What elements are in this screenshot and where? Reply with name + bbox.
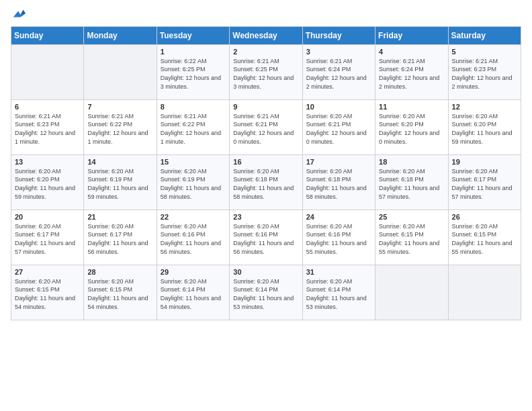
day-info: Sunrise: 6:20 AM Sunset: 6:21 PM Dayligh…	[306, 112, 371, 146]
calendar-cell: 16Sunrise: 6:20 AM Sunset: 6:18 PM Dayli…	[230, 154, 302, 210]
day-number: 28	[87, 268, 152, 276]
page: SundayMondayTuesdayWednesdayThursdayFrid…	[0, 0, 532, 411]
day-number: 13	[15, 158, 80, 166]
calendar-cell: 27Sunrise: 6:20 AM Sunset: 6:15 PM Dayli…	[11, 265, 84, 320]
day-number: 9	[233, 103, 298, 111]
day-number: 31	[306, 268, 371, 276]
week-row-3: 13Sunrise: 6:20 AM Sunset: 6:20 PM Dayli…	[11, 154, 521, 210]
calendar-cell: 3Sunrise: 6:21 AM Sunset: 6:24 PM Daylig…	[302, 44, 375, 99]
day-number: 1	[161, 48, 226, 56]
day-info: Sunrise: 6:20 AM Sunset: 6:14 PM Dayligh…	[233, 277, 298, 311]
day-info: Sunrise: 6:21 AM Sunset: 6:21 PM Dayligh…	[233, 112, 298, 146]
day-info: Sunrise: 6:20 AM Sunset: 6:15 PM Dayligh…	[379, 222, 444, 256]
day-number: 15	[161, 158, 226, 166]
calendar-cell: 7Sunrise: 6:21 AM Sunset: 6:22 PM Daylig…	[84, 99, 157, 154]
calendar-cell: 1Sunrise: 6:22 AM Sunset: 6:25 PM Daylig…	[157, 44, 229, 99]
calendar-cell: 4Sunrise: 6:21 AM Sunset: 6:24 PM Daylig…	[375, 44, 448, 99]
calendar-cell: 26Sunrise: 6:20 AM Sunset: 6:15 PM Dayli…	[448, 210, 521, 265]
day-info: Sunrise: 6:21 AM Sunset: 6:24 PM Dayligh…	[306, 57, 371, 91]
day-info: Sunrise: 6:20 AM Sunset: 6:14 PM Dayligh…	[161, 277, 226, 311]
calendar-cell: 28Sunrise: 6:20 AM Sunset: 6:15 PM Dayli…	[84, 265, 157, 320]
calendar-cell: 19Sunrise: 6:20 AM Sunset: 6:17 PM Dayli…	[448, 154, 521, 210]
calendar-table: SundayMondayTuesdayWednesdayThursdayFrid…	[11, 26, 521, 320]
day-info: Sunrise: 6:20 AM Sunset: 6:20 PM Dayligh…	[15, 167, 80, 201]
calendar-cell: 25Sunrise: 6:20 AM Sunset: 6:15 PM Dayli…	[375, 210, 448, 265]
day-number: 6	[15, 103, 80, 111]
calendar-cell: 31Sunrise: 6:20 AM Sunset: 6:14 PM Dayli…	[302, 265, 375, 320]
calendar-cell: 2Sunrise: 6:21 AM Sunset: 6:25 PM Daylig…	[230, 44, 302, 99]
week-row-2: 6Sunrise: 6:21 AM Sunset: 6:23 PM Daylig…	[11, 99, 521, 154]
day-info: Sunrise: 6:20 AM Sunset: 6:15 PM Dayligh…	[87, 277, 152, 311]
day-number: 16	[233, 158, 298, 166]
day-info: Sunrise: 6:22 AM Sunset: 6:25 PM Dayligh…	[161, 57, 226, 91]
day-number: 11	[379, 103, 444, 111]
days-header-row: SundayMondayTuesdayWednesdayThursdayFrid…	[11, 26, 521, 44]
calendar-cell: 13Sunrise: 6:20 AM Sunset: 6:20 PM Dayli…	[11, 154, 84, 210]
day-number: 20	[15, 213, 80, 221]
day-number: 22	[161, 213, 226, 221]
day-info: Sunrise: 6:20 AM Sunset: 6:17 PM Dayligh…	[87, 222, 152, 256]
logo-bird-icon	[12, 7, 26, 21]
day-info: Sunrise: 6:20 AM Sunset: 6:14 PM Dayligh…	[306, 277, 371, 311]
day-number: 26	[452, 213, 517, 221]
day-info: Sunrise: 6:21 AM Sunset: 6:22 PM Dayligh…	[87, 112, 152, 146]
day-info: Sunrise: 6:21 AM Sunset: 6:22 PM Dayligh…	[161, 112, 226, 146]
day-info: Sunrise: 6:20 AM Sunset: 6:17 PM Dayligh…	[15, 222, 80, 256]
day-info: Sunrise: 6:20 AM Sunset: 6:19 PM Dayligh…	[87, 167, 152, 201]
logo	[11, 7, 26, 21]
calendar-cell: 8Sunrise: 6:21 AM Sunset: 6:22 PM Daylig…	[157, 99, 229, 154]
day-header-thursday: Thursday	[302, 26, 375, 44]
day-number: 7	[87, 103, 152, 111]
day-number: 27	[15, 268, 80, 276]
calendar-cell: 23Sunrise: 6:20 AM Sunset: 6:16 PM Dayli…	[230, 210, 302, 265]
header	[11, 7, 521, 21]
week-row-5: 27Sunrise: 6:20 AM Sunset: 6:15 PM Dayli…	[11, 265, 521, 320]
day-number: 14	[87, 158, 152, 166]
day-info: Sunrise: 6:20 AM Sunset: 6:16 PM Dayligh…	[233, 222, 298, 256]
day-info: Sunrise: 6:21 AM Sunset: 6:23 PM Dayligh…	[452, 57, 517, 91]
day-number: 24	[306, 213, 371, 221]
calendar-cell: 11Sunrise: 6:20 AM Sunset: 6:20 PM Dayli…	[375, 99, 448, 154]
calendar-cell: 30Sunrise: 6:20 AM Sunset: 6:14 PM Dayli…	[230, 265, 302, 320]
week-row-1: 1Sunrise: 6:22 AM Sunset: 6:25 PM Daylig…	[11, 44, 521, 99]
day-number: 4	[379, 48, 444, 56]
day-info: Sunrise: 6:21 AM Sunset: 6:24 PM Dayligh…	[379, 57, 444, 91]
day-info: Sunrise: 6:20 AM Sunset: 6:18 PM Dayligh…	[379, 167, 444, 201]
day-info: Sunrise: 6:20 AM Sunset: 6:19 PM Dayligh…	[161, 167, 226, 201]
day-number: 23	[233, 213, 298, 221]
calendar-cell: 29Sunrise: 6:20 AM Sunset: 6:14 PM Dayli…	[157, 265, 229, 320]
day-info: Sunrise: 6:20 AM Sunset: 6:17 PM Dayligh…	[452, 167, 517, 201]
day-number: 29	[161, 268, 226, 276]
calendar-cell	[11, 44, 84, 99]
calendar-cell: 20Sunrise: 6:20 AM Sunset: 6:17 PM Dayli…	[11, 210, 84, 265]
day-number: 19	[452, 158, 517, 166]
calendar-cell: 24Sunrise: 6:20 AM Sunset: 6:16 PM Dayli…	[302, 210, 375, 265]
day-info: Sunrise: 6:21 AM Sunset: 6:23 PM Dayligh…	[15, 112, 80, 146]
calendar-cell: 17Sunrise: 6:20 AM Sunset: 6:18 PM Dayli…	[302, 154, 375, 210]
calendar-cell: 14Sunrise: 6:20 AM Sunset: 6:19 PM Dayli…	[84, 154, 157, 210]
calendar-cell: 12Sunrise: 6:20 AM Sunset: 6:20 PM Dayli…	[448, 99, 521, 154]
calendar-cell: 18Sunrise: 6:20 AM Sunset: 6:18 PM Dayli…	[375, 154, 448, 210]
calendar-cell: 15Sunrise: 6:20 AM Sunset: 6:19 PM Dayli…	[157, 154, 229, 210]
day-header-wednesday: Wednesday	[230, 26, 302, 44]
calendar-cell	[375, 265, 448, 320]
calendar-cell: 22Sunrise: 6:20 AM Sunset: 6:16 PM Dayli…	[157, 210, 229, 265]
calendar-cell: 21Sunrise: 6:20 AM Sunset: 6:17 PM Dayli…	[84, 210, 157, 265]
day-info: Sunrise: 6:20 AM Sunset: 6:18 PM Dayligh…	[306, 167, 371, 201]
day-number: 5	[452, 48, 517, 56]
day-info: Sunrise: 6:20 AM Sunset: 6:20 PM Dayligh…	[452, 112, 517, 146]
day-number: 2	[233, 48, 298, 56]
day-number: 8	[161, 103, 226, 111]
day-number: 30	[233, 268, 298, 276]
day-number: 12	[452, 103, 517, 111]
day-number: 25	[379, 213, 444, 221]
day-info: Sunrise: 6:20 AM Sunset: 6:18 PM Dayligh…	[233, 167, 298, 201]
day-number: 3	[306, 48, 371, 56]
day-info: Sunrise: 6:20 AM Sunset: 6:15 PM Dayligh…	[15, 277, 80, 311]
calendar-cell: 5Sunrise: 6:21 AM Sunset: 6:23 PM Daylig…	[448, 44, 521, 99]
calendar-cell: 10Sunrise: 6:20 AM Sunset: 6:21 PM Dayli…	[302, 99, 375, 154]
calendar-cell	[84, 44, 157, 99]
day-header-saturday: Saturday	[448, 26, 521, 44]
day-number: 10	[306, 103, 371, 111]
calendar-cell: 6Sunrise: 6:21 AM Sunset: 6:23 PM Daylig…	[11, 99, 84, 154]
